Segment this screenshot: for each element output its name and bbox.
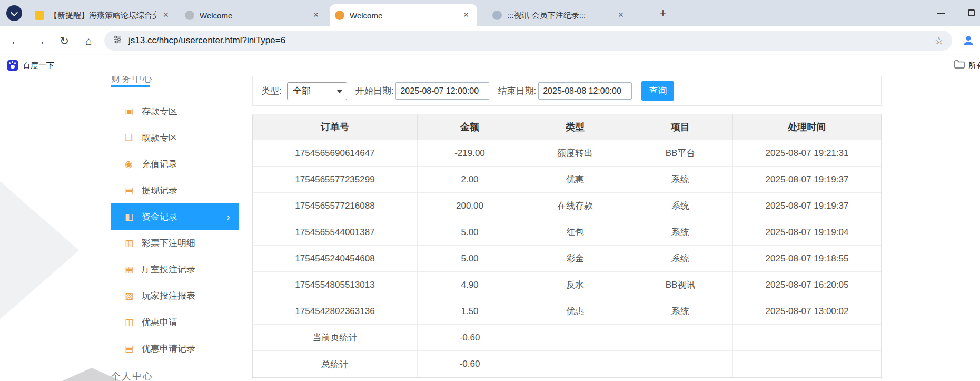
sidebar-menu-item[interactable]: ▨ 玩家投注报表 (111, 282, 239, 309)
table-row: 1754542802363136 1.50 优惠 系统 2025-08-07 1… (253, 298, 881, 325)
table-row: 总统计 -0.60 (253, 351, 881, 377)
menu-item-label: 玩家投注报表 (142, 290, 230, 302)
site-settings-icon[interactable] (113, 35, 122, 46)
cell-type: 彩金 (522, 246, 628, 271)
tab-close-icon[interactable] (615, 9, 627, 21)
sidebar-menu-item[interactable]: ▦ 厅室投注记录 (111, 256, 239, 282)
table-row: 1754565544001387 5.00 红包 系统 2025-08-07 1… (253, 219, 881, 246)
table-row: 1754565577235299 2.00 优惠 系统 2025-08-07 1… (253, 167, 881, 193)
cell-project (628, 351, 733, 377)
browser-toolbar: js13.cc/hhcp/usercenter.html?iniType=6 (0, 26, 980, 55)
cell-type: 优惠 (522, 167, 628, 192)
sidebar-menu-item[interactable]: ▤ 提现记录 (111, 177, 239, 203)
address-bar[interactable]: js13.cc/hhcp/usercenter.html?iniType=6 (104, 31, 952, 51)
menu-item-icon: ▣ (125, 106, 137, 117)
all-bookmarks-label: 所有书签 (968, 61, 980, 71)
end-date-input[interactable] (538, 82, 632, 100)
sidebar: 财务中心 ▣ 存款专区 ❑ 取款专区 ◉ 充值记录 ▤ (111, 76, 239, 381)
forward-icon[interactable] (32, 33, 48, 50)
query-button[interactable]: 查询 (641, 81, 674, 101)
maximize-button[interactable] (968, 9, 975, 16)
back-icon[interactable] (7, 33, 24, 50)
cell-order-no: 1754565577216088 (253, 193, 418, 219)
cell-type: 反水 (522, 272, 628, 298)
cell-amount: 2.00 (418, 167, 522, 192)
type-select-value: 全部 (293, 85, 311, 97)
cell-amount: 5.00 (418, 246, 522, 271)
table-row: 1754554805513013 4.90 反水 BB视讯 2025-08-07… (253, 272, 881, 298)
cell-time: 2025-08-07 19:21:31 (733, 140, 881, 166)
browser-tab[interactable]: :::视讯 会员下注纪录::: (487, 4, 632, 26)
sidebar-menu-item[interactable]: ◧ 资金记录 › (111, 203, 239, 230)
baidu-icon (7, 60, 18, 71)
bookmark-baidu[interactable]: 百度一下 (7, 59, 54, 72)
tab-favicon (492, 11, 502, 20)
cell-time: 2025-08-07 16:20:05 (733, 272, 881, 298)
chevron-right-icon: › (226, 211, 230, 223)
table-row: 当前页统计 -0.60 (253, 325, 881, 351)
menu-item-icon: ◧ (125, 211, 137, 222)
browser-tab[interactable]: Welcome (330, 4, 477, 26)
table-row: 1754565690614647 -219.00 额度转出 BB平台 2025-… (253, 140, 881, 167)
menu-item-icon: ▤ (125, 343, 137, 354)
browser-tab[interactable]: Welcome (180, 4, 327, 26)
bookmark-star-icon[interactable] (934, 34, 944, 47)
refresh-icon[interactable] (56, 33, 73, 50)
tab-close-icon[interactable] (310, 9, 322, 21)
menu-item-label: 厅室投注记录 (142, 263, 230, 276)
url-text: js13.cc/hhcp/usercenter.html?iniType=6 (128, 35, 929, 46)
cell-type (522, 325, 628, 350)
cell-type: 红包 (522, 219, 628, 245)
cell-time (733, 325, 881, 350)
new-tab-button[interactable] (656, 7, 670, 21)
cell-order-no: 1754542802363136 (253, 298, 418, 324)
all-bookmarks-button[interactable]: 所有书签 (954, 60, 980, 71)
menu-item-label: 取款专区 (142, 132, 230, 144)
cell-project (628, 325, 733, 350)
start-date-input[interactable] (395, 82, 489, 100)
sidebar-menu-item[interactable]: ▣ 存款专区 (111, 98, 239, 124)
cell-project: 系统 (628, 167, 733, 192)
sidebar-menu-item[interactable]: ❑ 取款专区 (111, 124, 239, 151)
menu-item-icon: ◫ (125, 317, 137, 328)
menu-item-label: 彩票下注明细 (142, 237, 230, 249)
type-label: 类型: (261, 85, 282, 97)
cell-order-no: 1754545240454608 (253, 246, 418, 271)
filter-bar: 类型: 全部 开始日期: 结束日期: 查询 (252, 76, 882, 106)
cell-order-no: 当前页统计 (253, 325, 418, 350)
table-header-row: 订单号 金额 类型 项目 处理时间 (253, 114, 881, 140)
cell-project: BB视讯 (628, 272, 733, 298)
minimize-button[interactable] (937, 13, 945, 14)
cell-amount: 4.90 (418, 272, 522, 298)
active-section-underline (111, 85, 150, 87)
cell-type (522, 351, 628, 377)
type-select[interactable]: 全部 (287, 82, 347, 100)
table-row: 1754565577216088 200.00 在线存款 系统 2025-08-… (253, 193, 881, 219)
menu-item-icon: ▥ (125, 238, 137, 249)
tab-close-icon[interactable] (460, 9, 472, 21)
menu-item-icon: ◉ (125, 159, 137, 170)
profile-avatar[interactable] (959, 32, 977, 50)
cell-time: 2025-08-07 19:19:37 (733, 193, 881, 219)
bookmarks-divider (948, 60, 948, 72)
sidebar-section-personal: 个人中心 (111, 370, 153, 381)
menu-item-icon: ▨ (125, 290, 137, 301)
sidebar-menu-item[interactable]: ▥ 彩票下注明细 (111, 230, 239, 256)
sidebar-menu-item[interactable]: ▤ 优惠申请记录 (111, 335, 239, 362)
tab-favicon (185, 11, 194, 20)
tab-favicon (35, 11, 44, 20)
sidebar-menu-item[interactable]: ◫ 优惠申请 (111, 309, 239, 335)
browser-tab[interactable]: 【新提醒】海燕策略论坛综合交 (29, 4, 177, 26)
home-icon[interactable] (80, 33, 97, 50)
cell-order-no: 1754565690614647 (253, 140, 418, 166)
folder-icon (954, 60, 965, 71)
sidebar-menu: ▣ 存款专区 ❑ 取款专区 ◉ 充值记录 ▤ 提现记录 ◧ (111, 98, 239, 362)
sidebar-menu-item[interactable]: ◉ 充值记录 (111, 151, 239, 177)
menu-item-label: 优惠申请记录 (142, 343, 230, 355)
header-order-no: 订单号 (253, 114, 418, 140)
tab-title: Welcome (200, 11, 306, 20)
tab-search-icon[interactable] (6, 5, 22, 21)
cell-amount: 200.00 (418, 193, 522, 219)
tab-close-icon[interactable] (160, 9, 172, 21)
page-content: 财务中心 ▣ 存款专区 ❑ 取款专区 ◉ 充值记录 ▤ (0, 76, 980, 381)
